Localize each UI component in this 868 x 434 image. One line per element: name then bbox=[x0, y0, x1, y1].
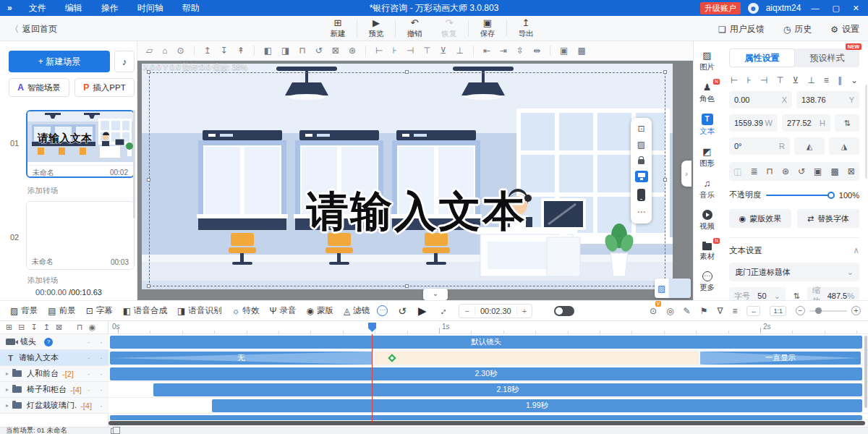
new-button[interactable]: ⊞新建 bbox=[322, 17, 354, 39]
send-to-back-icon[interactable]: ↧ bbox=[221, 46, 228, 55]
minimize-button[interactable]: — bbox=[808, 4, 822, 12]
save-button[interactable]: ▣保存 bbox=[472, 17, 503, 39]
add-transition-1[interactable]: 添加转场 bbox=[27, 186, 58, 196]
add-folder-icon[interactable]: ⊟ bbox=[18, 323, 25, 332]
props-scrollbar[interactable] bbox=[865, 85, 867, 179]
new-folder-icon[interactable]: ⊞ bbox=[6, 323, 12, 332]
copy-icon[interactable]: ▣ bbox=[814, 166, 822, 176]
more-options-icon[interactable]: ⊙ bbox=[176, 46, 184, 55]
delete-icon[interactable]: ⊠ bbox=[332, 46, 339, 55]
image-icon[interactable]: ▨ bbox=[637, 140, 645, 150]
expander-icon[interactable]: ▸ bbox=[6, 370, 9, 377]
tts-button[interactable]: ◧语音合成 bbox=[123, 305, 167, 316]
timeline-horizontal-scrollbar[interactable] bbox=[109, 421, 865, 425]
dock-item-more[interactable]: ⋯ 更多 bbox=[699, 271, 715, 293]
copy-icon[interactable] bbox=[111, 428, 116, 434]
expander-icon[interactable]: ▸ bbox=[6, 402, 9, 409]
ellipsis-icon[interactable]: ⋯ bbox=[637, 208, 646, 217]
track-lane-people[interactable]: 2.30秒 bbox=[109, 366, 868, 382]
track-dots[interactable]: ·· bbox=[88, 401, 103, 410]
collapse-bottom-button[interactable]: ⌄ bbox=[423, 289, 448, 300]
scene-card-2[interactable]: 未命名 00:03 bbox=[26, 201, 135, 270]
paste-icon[interactable]: ▩ bbox=[577, 46, 585, 55]
preview-button[interactable]: ▶预览 bbox=[360, 17, 392, 39]
current-timecode[interactable]: 00:02.30 bbox=[475, 307, 516, 315]
track-lane-text[interactable]: 无 一直显示 bbox=[109, 350, 868, 366]
sliders-icon[interactable]: ≡ bbox=[732, 306, 737, 316]
move-up-icon[interactable]: ↥ bbox=[43, 323, 50, 332]
flip-vertical-icon[interactable]: ◮ bbox=[829, 137, 859, 155]
back-home-button[interactable]: 〈 返回首页 bbox=[10, 23, 57, 35]
effects-button[interactable]: ☼特效 bbox=[231, 305, 259, 316]
selection-handle[interactable] bbox=[663, 70, 667, 74]
track-label-camera[interactable]: 镜头 ? ·· bbox=[0, 334, 109, 350]
dock-item-video[interactable]: 视频 bbox=[699, 210, 715, 231]
align-right-icon[interactable]: ⊣ bbox=[760, 75, 767, 85]
insert-ppt-button[interactable]: P 插入PPT bbox=[75, 78, 135, 97]
scene-card-1[interactable]: 请输入文本 未命名 00:02 bbox=[26, 110, 135, 178]
actual-size-button[interactable]: 1:1 bbox=[770, 306, 786, 316]
visibility-column-icon[interactable]: ◉ bbox=[89, 323, 96, 332]
track-dots[interactable]: ·· bbox=[88, 386, 103, 394]
user-avatar[interactable]: ☻ bbox=[748, 3, 759, 14]
menu-timeline[interactable]: 时间轴 bbox=[128, 2, 173, 14]
subtitle-button[interactable]: ⊡字幕 bbox=[86, 305, 113, 316]
dock-item-music[interactable]: ♫ 音乐 bbox=[699, 178, 715, 200]
marquee-select-icon[interactable]: ⊛ bbox=[349, 46, 356, 55]
dock-item-character[interactable]: ♟ N 角色 bbox=[699, 82, 715, 104]
align-top-icon[interactable]: ⊤ bbox=[423, 46, 430, 55]
monitor-preview-icon[interactable] bbox=[635, 171, 648, 182]
timeline-ruler[interactable]: 0s 1s 2s bbox=[109, 321, 868, 334]
funnel-icon[interactable]: ∇ bbox=[717, 306, 723, 316]
maximize-button[interactable]: ▢ bbox=[829, 4, 842, 13]
bring-forward-icon[interactable]: ↟ bbox=[237, 46, 244, 55]
username[interactable]: aiqxtm24 bbox=[766, 3, 801, 13]
foreground-button[interactable]: ▤前景 bbox=[48, 305, 75, 316]
time-plus-button[interactable]: + bbox=[516, 307, 532, 315]
distribute-h-icon[interactable]: ≡ bbox=[824, 75, 829, 85]
selection-handle[interactable] bbox=[147, 284, 150, 288]
camera-icon[interactable]: ◎ bbox=[666, 306, 673, 316]
record-button[interactable]: Ψ录音 bbox=[269, 305, 296, 316]
chairs-track-bar[interactable]: 2.18秒 bbox=[153, 383, 862, 396]
help-icon[interactable]: ? bbox=[44, 338, 53, 346]
new-scene-button[interactable]: + 新建场景 bbox=[9, 51, 110, 72]
align-top-icon[interactable]: ⊤ bbox=[776, 75, 783, 85]
sidebar-scrollbar[interactable] bbox=[133, 110, 135, 218]
distribute-horizontal-icon[interactable]: ⇹ bbox=[533, 46, 540, 55]
tab-preset-styles[interactable]: 预设样式 bbox=[795, 48, 859, 67]
flip-horizontal-icon[interactable]: ◧ bbox=[264, 46, 272, 55]
track-label-lamps[interactable]: ▸ 灯盆栽玻璃门.-[4] ·· bbox=[0, 398, 109, 414]
more-tools-button[interactable]: ⋯ bbox=[377, 305, 388, 316]
distribute-left-icon[interactable]: ⇤ bbox=[483, 46, 490, 55]
lock-icon[interactable]: ⊓ bbox=[766, 166, 773, 176]
settings-button[interactable]: ⚙设置 bbox=[830, 23, 859, 35]
x-position-field[interactable]: 0.00X bbox=[729, 91, 792, 109]
menu-help[interactable]: 帮助 bbox=[173, 2, 209, 14]
dock-item-text[interactable]: T 文本 bbox=[699, 114, 715, 137]
track-lane-chairs[interactable]: 2.18秒 bbox=[109, 382, 868, 398]
dock-item-image[interactable]: ▨ 图片 bbox=[699, 50, 715, 72]
camera-frame-icon[interactable]: ⊙V bbox=[650, 306, 657, 316]
preview-toggle[interactable] bbox=[554, 306, 574, 316]
align-bottom-icon[interactable]: ⊥ bbox=[456, 46, 463, 55]
bring-to-front-icon[interactable]: ↥ bbox=[204, 46, 211, 55]
lock-icon[interactable] bbox=[638, 159, 644, 164]
align-left-icon[interactable]: ⊢ bbox=[375, 46, 383, 55]
align-center-icon[interactable]: ⊦ bbox=[746, 75, 751, 85]
flip-horizontal-icon[interactable]: ◭ bbox=[794, 137, 825, 155]
height-field[interactable]: 277.52H bbox=[782, 114, 830, 132]
close-button[interactable]: ✕ bbox=[850, 4, 862, 13]
ruler-icon[interactable]: ▱ bbox=[146, 46, 153, 55]
width-field[interactable]: 1559.39W bbox=[729, 114, 778, 132]
align-center-icon[interactable]: ⊦ bbox=[392, 46, 396, 55]
undo-button[interactable]: ↶撤销 bbox=[399, 17, 430, 39]
aspect-link-icon[interactable]: ⇅ bbox=[835, 114, 859, 132]
history-button[interactable]: ◷历史 bbox=[783, 23, 812, 35]
track-dots[interactable]: ·· bbox=[88, 354, 103, 362]
mask-effect-button[interactable]: ◉蒙版效果 bbox=[729, 209, 791, 228]
replace-font-button[interactable]: ⇄替换字体 bbox=[797, 209, 859, 228]
flag-icon[interactable]: ⚑ bbox=[700, 306, 708, 316]
edit-pen-icon[interactable]: ✎ bbox=[684, 306, 691, 316]
slider-knob[interactable] bbox=[827, 192, 835, 199]
